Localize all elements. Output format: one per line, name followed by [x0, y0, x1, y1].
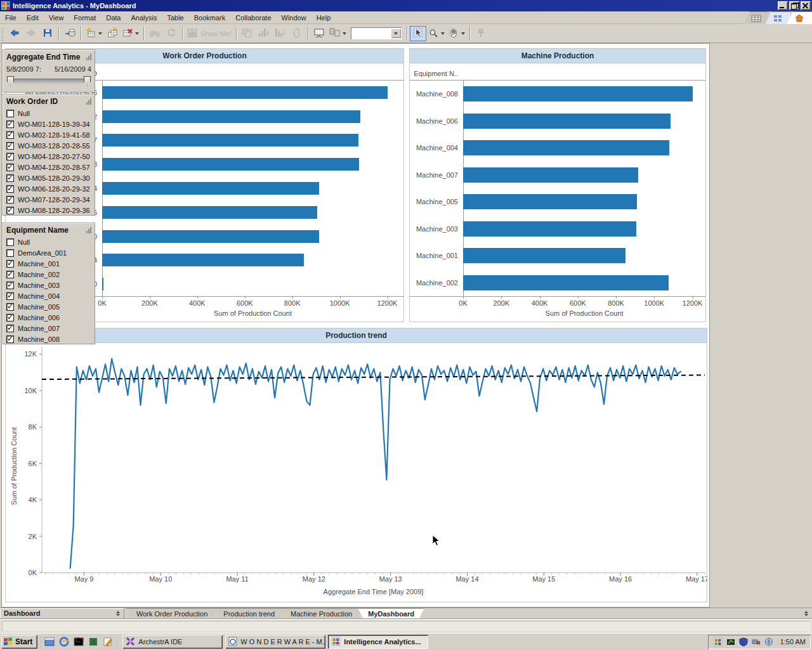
toolbar-grip[interactable] — [1, 27, 4, 41]
trend-plot-area[interactable]: Sum of Production Count May 9May 10May 1… — [6, 343, 707, 602]
menu-analysis[interactable]: Analysis — [126, 12, 162, 23]
filter-item[interactable]: WO-M05-128-20-29-30 — [6, 172, 91, 183]
start-button[interactable]: Start — [1, 635, 37, 649]
sheet-tab-work-order-production[interactable]: Work Order Production — [126, 608, 218, 618]
unchecked-checkbox[interactable] — [6, 249, 14, 257]
antivirus-shield-icon[interactable]: V — [738, 637, 749, 647]
bar[interactable] — [102, 230, 319, 243]
slider-handle-start[interactable] — [7, 76, 14, 86]
fit-combobox[interactable] — [351, 27, 402, 39]
unchecked-checkbox[interactable] — [6, 238, 14, 246]
filter-menu-icon[interactable] — [86, 54, 91, 60]
checked-checkbox[interactable] — [6, 282, 14, 289]
bar[interactable] — [463, 140, 669, 155]
zoom-tool-button[interactable] — [426, 26, 447, 41]
filter-item[interactable]: WO-M07-128-20-29-34 — [6, 194, 91, 205]
bar-plot-area[interactable]: Machine_008Machine_006Machine_004Machine… — [410, 81, 705, 297]
dropdown-caret-icon[interactable] — [461, 32, 465, 35]
bar[interactable] — [102, 182, 319, 195]
menu-help[interactable]: Help — [311, 12, 336, 23]
checked-checkbox[interactable] — [6, 303, 14, 311]
home-tab[interactable] — [787, 11, 812, 24]
checked-checkbox[interactable] — [6, 271, 14, 278]
checked-checkbox[interactable] — [6, 292, 14, 300]
unchecked-checkbox[interactable] — [6, 110, 14, 117]
bar[interactable] — [102, 86, 388, 99]
bar[interactable] — [102, 110, 360, 123]
delete-worksheet-button[interactable] — [121, 26, 141, 41]
filter-item[interactable]: WO-M02-128-19-41-58 — [6, 129, 91, 140]
new-worksheet-button[interactable] — [84, 26, 104, 41]
dashboard-view-tab[interactable] — [765, 11, 790, 24]
bar[interactable] — [463, 248, 625, 263]
filter-item[interactable]: Machine_001 — [6, 258, 91, 269]
menu-edit[interactable]: Edit — [22, 12, 44, 23]
tab-scroll-spinner[interactable] — [804, 611, 808, 616]
worksheet-view-tab[interactable] — [743, 11, 769, 24]
checked-checkbox[interactable] — [6, 185, 14, 193]
slider-handle-end[interactable] — [84, 76, 91, 86]
checked-checkbox[interactable] — [6, 260, 14, 268]
checked-checkbox[interactable] — [6, 314, 14, 322]
bar[interactable] — [463, 86, 693, 101]
command-prompt-icon[interactable]: C:\ — [73, 636, 84, 647]
sheet-tab-machine-production[interactable]: Machine Production — [280, 608, 362, 618]
checked-checkbox[interactable] — [6, 153, 14, 160]
menu-data[interactable]: Data — [101, 12, 126, 23]
menu-bookmark[interactable]: Bookmark — [189, 12, 231, 23]
bar[interactable] — [102, 254, 304, 266]
filter-item[interactable]: Null — [6, 237, 91, 247]
slider-track[interactable] — [8, 79, 89, 84]
internet-explorer-icon[interactable] — [58, 636, 70, 647]
pan-tool-button[interactable] — [447, 26, 467, 41]
bar[interactable] — [102, 278, 103, 290]
checked-checkbox[interactable] — [6, 131, 14, 139]
filter-item[interactable]: WO-M04-128-20-27-50 — [6, 151, 91, 162]
checked-checkbox[interactable] — [6, 120, 14, 128]
filter-item[interactable]: WO-M04-128-20-28-57 — [6, 162, 91, 172]
filter-item[interactable]: Machine_008 — [6, 334, 91, 344]
excel-icon[interactable]: X — [88, 636, 99, 647]
menu-file[interactable]: File — [0, 12, 22, 23]
filter-menu-icon[interactable] — [86, 227, 91, 233]
taskbar-task-inactive[interactable]: W O N D E R W A R E - M... — [225, 635, 325, 649]
filter-item[interactable]: WO-M03-128-20-28-55 — [6, 140, 91, 151]
dropdown-caret-icon[interactable] — [135, 32, 139, 35]
bar[interactable] — [463, 275, 669, 290]
checked-checkbox[interactable] — [6, 335, 14, 343]
checked-checkbox[interactable] — [6, 207, 14, 214]
filter-item[interactable]: Machine_004 — [6, 290, 91, 301]
network-tray-icon[interactable] — [764, 637, 774, 647]
filter-item[interactable]: WO-M08-128-20-29-36 — [6, 205, 91, 216]
bar[interactable] — [463, 194, 637, 209]
filter-item[interactable]: Machine_005 — [6, 301, 91, 312]
dropdown-caret-icon[interactable] — [343, 32, 346, 35]
menu-view[interactable]: View — [44, 12, 69, 23]
menu-format[interactable]: Format — [69, 12, 101, 23]
connect-data-button[interactable] — [62, 26, 78, 41]
bar[interactable] — [463, 221, 636, 237]
checked-checkbox[interactable] — [6, 164, 14, 171]
dropdown-caret-icon[interactable] — [441, 32, 445, 35]
bar[interactable] — [463, 167, 638, 183]
time-range-slider[interactable] — [6, 75, 91, 87]
select-tool-button[interactable] — [410, 26, 426, 41]
checked-checkbox[interactable] — [6, 325, 14, 332]
back-button[interactable] — [6, 26, 23, 41]
filter-item[interactable]: DemoArea_001 — [6, 247, 91, 258]
bar[interactable] — [463, 114, 671, 129]
agent-tray-icon[interactable] — [726, 637, 736, 647]
checked-checkbox[interactable] — [6, 174, 14, 182]
taskbar-task-active[interactable]: Intelligence Analytics... — [328, 635, 428, 649]
dashboard-selector[interactable]: Dashboard — [0, 608, 124, 618]
checked-checkbox[interactable] — [6, 142, 14, 150]
dashboard-spinner[interactable] — [116, 611, 120, 616]
checked-checkbox[interactable] — [6, 196, 14, 204]
menu-window[interactable]: Window — [277, 12, 311, 23]
menu-table[interactable]: Table — [162, 12, 188, 23]
filter-item[interactable]: Machine_002 — [6, 269, 91, 280]
filter-item[interactable]: Machine_007 — [6, 323, 91, 334]
duplicate-worksheet-button[interactable] — [104, 26, 121, 41]
taskbar-task-inactive[interactable]: ArchestrA IDE — [122, 635, 223, 649]
filter-item[interactable]: Null — [6, 108, 91, 119]
